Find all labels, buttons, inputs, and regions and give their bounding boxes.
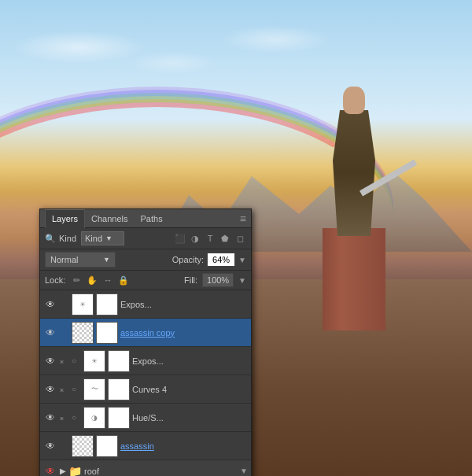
circle-icon: ○: [72, 385, 81, 393]
lock-pixel-icon[interactable]: ✏: [70, 275, 83, 286]
circle-icon: ○: [72, 356, 81, 365]
layer-row[interactable]: 👁 ☀ Expos...: [40, 290, 251, 319]
adj-thumb-content: ☀: [91, 357, 98, 365]
tab-paths[interactable]: Paths: [135, 209, 169, 228]
visibility-toggle[interactable]: 👁: [43, 382, 57, 397]
statue-container: [283, 0, 425, 393]
layer-name: Hue/S...: [132, 413, 248, 422]
visibility-toggle[interactable]: 👁: [43, 297, 57, 312]
lock-fill-row: Lock: ✏ ✋ ↔ 🔒 Fill: ▼: [40, 271, 251, 290]
blend-opacity-row: Normal ▼ Opacity: ▼: [40, 249, 251, 271]
layer-mask-thumbnail: [96, 293, 118, 315]
kind-dropdown-value: Kind: [85, 234, 102, 243]
layer-thumbnail: 〜: [83, 378, 105, 400]
type-filter-icon[interactable]: T: [204, 232, 216, 245]
layer-name: Expos...: [132, 356, 248, 366]
checker-pattern: [72, 436, 93, 456]
blend-mode-value: Normal: [50, 255, 78, 264]
lock-move-icon[interactable]: ↔: [101, 275, 114, 286]
statue-pedestal: [323, 228, 385, 330]
layer-mask-thumbnail: [108, 378, 130, 400]
layer-thumbnail: [72, 435, 94, 457]
kind-label: Kind: [59, 234, 76, 243]
chain-link-icon: ⁎: [60, 356, 69, 365]
layer-thumbnail: ☀: [83, 350, 105, 372]
fill-label: Fill:: [184, 275, 197, 285]
pixel-filter-icon[interactable]: ⬛: [174, 232, 186, 245]
layers-list: 👁 ☀ Expos... 👁 assassin copy 👁 ⁎ ○ ☀: [40, 290, 251, 460]
visibility-toggle[interactable]: 👁: [43, 354, 57, 368]
smartobj-filter-icon[interactable]: ◻: [234, 232, 246, 245]
folder-icon: 📁: [68, 465, 82, 477]
adj-thumb-content: ◑: [91, 414, 98, 422]
layer-name: assassin copy: [120, 328, 248, 338]
layer-thumbnail: ☀: [72, 293, 94, 315]
layer-row[interactable]: 👁 assassin: [40, 432, 251, 460]
layer-mask-thumbnail: [96, 435, 118, 457]
search-icon: 🔍: [45, 234, 56, 244]
panel-menu-icon[interactable]: ≡: [240, 212, 246, 225]
layer-row[interactable]: 👁 ⁎ ○ 〜 Curves 4: [40, 375, 251, 404]
kind-dropdown-arrow: ▼: [105, 234, 112, 242]
layer-row[interactable]: 👁 ⁎ ○ ◑ Hue/S...: [40, 404, 251, 432]
layer-thumbnail: ◑: [83, 407, 105, 429]
fill-stepper[interactable]: ▼: [238, 276, 246, 285]
kind-dropdown[interactable]: Kind ▼: [81, 231, 124, 245]
folder-visibility-toggle[interactable]: 👁: [43, 464, 57, 477]
fill-input[interactable]: [202, 273, 234, 287]
opacity-label: Opacity:: [172, 255, 204, 264]
filter-icons-row: ⬛ ◑ T ⬟ ◻: [174, 232, 246, 245]
chain-link-icon: ⁎: [60, 385, 69, 393]
blend-dropdown-arrow: ▼: [103, 256, 110, 264]
tab-layers[interactable]: Layers: [45, 209, 85, 228]
statue-figure-body: [330, 110, 378, 236]
folder-name: roof: [84, 467, 238, 476]
layer-mask-thumbnail: [108, 407, 130, 429]
checker-pattern: [72, 323, 93, 343]
chain-link-icon: ⁎: [60, 413, 69, 422]
opacity-input[interactable]: [207, 253, 235, 267]
blend-mode-dropdown[interactable]: Normal ▼: [45, 252, 116, 268]
lock-label: Lock:: [45, 275, 65, 285]
filter-bar: 🔍 Kind Kind ▼ ⬛ ◑ T ⬟ ◻: [40, 228, 251, 249]
visibility-toggle[interactable]: 👁: [43, 439, 57, 453]
statue-figure-head: [343, 87, 365, 114]
layer-name: assassin: [120, 441, 248, 451]
layer-name: Expos...: [120, 300, 248, 309]
lock-icons-group: ✏ ✋ ↔ 🔒: [70, 275, 130, 286]
tab-channels[interactable]: Channels: [85, 209, 134, 228]
folder-row[interactable]: 👁 ▶ 📁 roof ▼: [40, 460, 251, 476]
layer-mask-thumbnail: [108, 350, 130, 372]
layers-panel: Layers Channels Paths ≡ 🔍 Kind Kind ▼ ⬛ …: [39, 208, 252, 476]
adj-thumb-content: ☀: [79, 301, 86, 308]
layer-thumbnail: [72, 322, 94, 344]
layer-row[interactable]: 👁 assassin copy: [40, 319, 251, 347]
folder-scroll-arrow: ▼: [240, 467, 248, 475]
layer-name: Curves 4: [132, 385, 248, 394]
adj-thumb-content: 〜: [91, 384, 98, 394]
adjust-filter-icon[interactable]: ◑: [189, 232, 201, 245]
visibility-toggle[interactable]: 👁: [43, 326, 57, 340]
folder-expand-arrow[interactable]: ▶: [60, 467, 66, 475]
circle-icon: ○: [72, 413, 81, 422]
layer-mask-thumbnail: [96, 322, 118, 344]
lock-position-icon[interactable]: ✋: [86, 275, 98, 286]
shape-filter-icon[interactable]: ⬟: [219, 232, 231, 245]
layer-row[interactable]: 👁 ⁎ ○ ☀ Expos...: [40, 347, 251, 375]
lock-all-icon[interactable]: 🔒: [117, 275, 130, 286]
panel-tabs: Layers Channels Paths ≡: [40, 209, 251, 228]
opacity-stepper[interactable]: ▼: [238, 256, 246, 264]
visibility-toggle[interactable]: 👁: [43, 411, 57, 425]
